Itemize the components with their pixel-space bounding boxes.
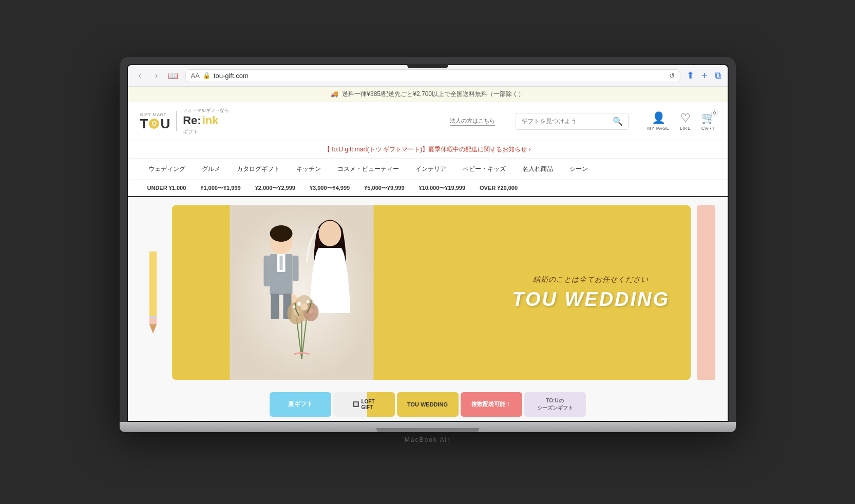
- svg-point-27: [306, 300, 309, 303]
- new-tab-icon[interactable]: +: [701, 70, 708, 82]
- laptop-base: [120, 422, 736, 432]
- nav-kitchen[interactable]: キッチン: [288, 159, 329, 180]
- main-nav: ウェディング グルメ カタログギフト キッチン コスメ・ビューティー インテリア…: [128, 159, 728, 180]
- tabs-icon[interactable]: ⧉: [715, 70, 721, 81]
- share-icon[interactable]: ⬆: [687, 70, 694, 81]
- logo-u: U: [160, 117, 170, 130]
- logo-area: GIFT MART T O U フォ: [140, 107, 274, 135]
- forward-button[interactable]: ›: [150, 69, 163, 82]
- search-icon[interactable]: 🔍: [613, 117, 623, 126]
- like-button[interactable]: ♡ LIKE: [680, 111, 691, 131]
- price-over-20000[interactable]: OVER ¥20,000: [472, 181, 525, 195]
- site-header: GIFT MART T O U フォ: [128, 102, 728, 141]
- laptop-frame: ‹ › 📖 AA 🔒 tou-gift.com ↺ ⬆ + ⧉: [120, 57, 736, 422]
- hero-section: 結婚のことは全てお任せください TOU WEDDING: [128, 197, 728, 388]
- notification-bar[interactable]: 【To:U gift mart(トウ ギフトマート)】夏季休暇中の配送に関するお…: [128, 141, 728, 159]
- price-5000-9999[interactable]: ¥5,000〜¥9,999: [357, 180, 411, 196]
- thumb-tou-wedding-label: TOU WEDDING: [407, 401, 448, 408]
- header-center: 法人の方はこちら: [284, 117, 506, 126]
- url-text: tou-gift.com: [214, 72, 249, 80]
- announcement-text: 送料一律¥385/配送先ごと¥2,700以上で全国送料無料（一部除く）: [342, 90, 524, 98]
- laptop-model-label: MacBook Air: [401, 432, 454, 448]
- search-input[interactable]: [521, 118, 610, 125]
- couple-illustration: [172, 205, 431, 380]
- thumb-tou-wedding[interactable]: TOU WEDDING: [397, 392, 459, 417]
- notification-text: 【To:U gift mart(トウ ギフトマート)】夏季休暇中の配送に関するお…: [324, 146, 530, 153]
- logo-divider: [176, 111, 177, 131]
- hero-title: TOU WEDDING: [512, 288, 670, 310]
- cart-button[interactable]: 🛒 0 CART: [701, 111, 715, 131]
- svg-rect-13: [271, 294, 279, 319]
- lock-icon: 🔒: [203, 72, 211, 79]
- reink-sub: フォーマルギフトなら: [183, 107, 229, 114]
- nav-cosme[interactable]: コスメ・ビューティー: [329, 159, 407, 180]
- laptop-base-notch: [376, 428, 479, 432]
- reink-ink: ink: [202, 114, 219, 127]
- price-10000-19999[interactable]: ¥10,000〜¥19,999: [412, 180, 473, 196]
- svg-point-24: [300, 303, 308, 311]
- right-decoration: [697, 205, 715, 380]
- browser-chrome: ‹ › 📖 AA 🔒 tou-gift.com ↺ ⬆ + ⧉: [128, 65, 728, 87]
- truck-icon: 🚚: [331, 90, 338, 98]
- thumb-fukusu-label: 複数配送可能！: [471, 400, 511, 408]
- price-2000-2999[interactable]: ¥2,000〜¥2,999: [248, 180, 302, 196]
- thumb-natsu[interactable]: 夏ギフト: [270, 392, 331, 417]
- cart-label: CART: [701, 126, 715, 131]
- reink-logo[interactable]: フォーマルギフトなら Re: ink ギフト: [183, 107, 229, 135]
- nav-baby[interactable]: ベビー・キッズ: [454, 159, 514, 180]
- website-content: 🚚 送料一律¥385/配送先ごと¥2,700以上で全国送料無料（一部除く） GI…: [128, 87, 728, 421]
- svg-point-16: [318, 221, 341, 246]
- person-icon: 👤: [652, 111, 666, 125]
- nav-gourmet[interactable]: グルメ: [194, 159, 229, 180]
- nav-name[interactable]: 名入れ商品: [514, 159, 561, 180]
- thumb-fukusu[interactable]: 複数配送可能！: [461, 392, 522, 417]
- reink-main: Re:: [183, 114, 201, 127]
- svg-point-26: [297, 302, 301, 306]
- svg-rect-0: [149, 251, 157, 318]
- logo-t: T: [140, 117, 148, 130]
- price-under-1000[interactable]: UNDER ¥1,000: [140, 181, 194, 195]
- svg-rect-11: [292, 256, 298, 281]
- loft-logo: 🔲: [353, 401, 359, 407]
- logo-circle: O: [149, 119, 159, 129]
- hero-banner[interactable]: 結婚のことは全てお任せください TOU WEDDING: [172, 205, 691, 380]
- thumb-season[interactable]: TO:Uのシーズンギフト: [524, 392, 586, 417]
- nav-wedding[interactable]: ウェディング: [140, 159, 194, 180]
- mypage-button[interactable]: 👤 MY PAGE: [647, 111, 670, 131]
- search-bar[interactable]: 🔍: [516, 113, 629, 130]
- svg-rect-10: [263, 256, 270, 286]
- browser-nav: ‹ › 📖: [134, 69, 179, 82]
- hero-text-area: 結婚のことは全てお任せください TOU WEDDING: [512, 275, 670, 310]
- reload-icon[interactable]: ↺: [669, 72, 675, 80]
- left-decoration: [140, 205, 166, 380]
- nav-scene[interactable]: シーン: [561, 159, 596, 180]
- svg-rect-3: [149, 316, 157, 318]
- tou-logo[interactable]: GIFT MART T O U: [140, 112, 170, 130]
- nav-interior[interactable]: インテリア: [407, 159, 454, 180]
- aa-label: AA: [191, 72, 200, 80]
- laptop-notch: [407, 64, 448, 68]
- hero-subtitle: 結婚のことは全てお任せください: [512, 275, 670, 284]
- price-1000-1999[interactable]: ¥1,000〜¥1,999: [193, 180, 248, 196]
- browser-actions: ⬆ + ⧉: [687, 70, 721, 82]
- corporate-link[interactable]: 法人の方はこちら: [450, 117, 495, 126]
- svg-point-28: [292, 305, 295, 308]
- mypage-label: MY PAGE: [647, 126, 670, 131]
- bookmarks-icon[interactable]: 📖: [167, 69, 179, 82]
- nav-catalog[interactable]: カタログギフト: [229, 159, 288, 180]
- price-3000-4999[interactable]: ¥3,000〜¥4,999: [302, 180, 357, 196]
- like-label: LIKE: [680, 126, 691, 131]
- cart-badge: 0: [711, 109, 718, 117]
- thumb-loft-label: LOFTGIFT: [361, 399, 374, 410]
- thumb-loft[interactable]: 🔲 LOFTGIFT: [333, 392, 395, 417]
- thumb-natsu-label: 夏ギフト: [288, 400, 313, 409]
- heart-icon: ♡: [680, 111, 691, 125]
- back-button[interactable]: ‹: [134, 69, 146, 82]
- pencil-svg: [145, 251, 161, 334]
- price-nav: UNDER ¥1,000 ¥1,000〜¥1,999 ¥2,000〜¥2,999…: [128, 180, 728, 197]
- laptop-screen: ‹ › 📖 AA 🔒 tou-gift.com ↺ ⬆ + ⧉: [127, 64, 729, 422]
- svg-rect-9: [279, 256, 282, 270]
- svg-point-6: [270, 225, 292, 242]
- address-bar[interactable]: AA 🔒 tou-gift.com ↺: [185, 69, 680, 82]
- header-icons: 👤 MY PAGE ♡ LIKE 🛒 0 CART: [647, 111, 715, 131]
